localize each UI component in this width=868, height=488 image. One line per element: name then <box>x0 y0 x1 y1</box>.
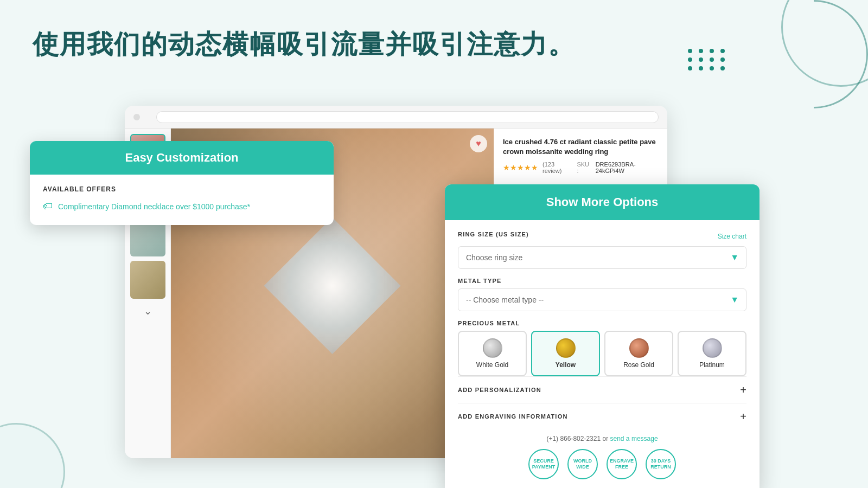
contact-or: or <box>603 435 609 442</box>
review-count: (123 review) <box>542 161 572 174</box>
star-rating: ★★★★★ <box>503 163 538 172</box>
metal-option-white-gold[interactable]: White Gold <box>458 331 527 376</box>
sku-value: DRE6293BRA-24kGP/4W <box>596 161 659 174</box>
thumbnail-chevron-down[interactable]: ⌄ <box>144 305 152 317</box>
ring-size-label: RING SIZE (US SIZE) <box>458 231 529 237</box>
add-personalization-label: ADD PERSONALIZATION <box>458 387 541 393</box>
trust-badge-engraved: ENGRAVEFREE <box>607 449 637 479</box>
ring-size-row-header: RING SIZE (US SIZE) Size chart <box>458 231 746 242</box>
add-engraving-label: ADD ENGRAVING INFORMATION <box>458 413 568 420</box>
metal-type-label: METAL TYPE <box>458 278 746 284</box>
browser-bar <box>125 106 667 129</box>
metal-type-select-wrapper: -- Choose metal type -- ▼ <box>458 288 746 311</box>
yellow-circle <box>556 338 576 358</box>
contact-phone: (+1) 866-802-2321 <box>546 435 601 442</box>
trust-badge-secure: SECUREPAYMENT <box>528 449 559 479</box>
precious-metal-label: PRECIOUS METAL <box>458 320 746 326</box>
metal-option-platinum[interactable]: Platinum <box>678 331 746 376</box>
white-gold-circle <box>483 338 502 358</box>
diamond-shape <box>257 210 409 362</box>
decorative-semicircle <box>760 0 868 108</box>
sku-label: SKU : <box>577 161 591 174</box>
ring-size-select-wrapper: Choose ring size ▼ <box>458 246 746 269</box>
platinum-label: Platinum <box>683 361 741 369</box>
available-offers-label: AVAILABLE OFFERS <box>43 185 321 193</box>
thumbnail-4[interactable] <box>130 261 165 299</box>
add-engraving-row[interactable]: ADD ENGRAVING INFORMATION + <box>458 403 746 429</box>
offer-row: 🏷 Complimentary Diamond necklace over $1… <box>43 201 321 212</box>
ring-size-select[interactable]: Choose ring size <box>458 246 746 269</box>
metal-option-yellow[interactable]: Yellow <box>531 331 600 376</box>
decorative-circle-bottom-left <box>0 423 65 488</box>
yellow-label: Yellow <box>537 361 595 369</box>
show-more-options-body: RING SIZE (US SIZE) Size chart Choose ri… <box>445 220 760 488</box>
trust-badge-worldwide: WORLDWIDE <box>567 449 598 479</box>
tag-icon: 🏷 <box>43 201 53 212</box>
easy-customization-body: AVAILABLE OFFERS 🏷 Complimentary Diamond… <box>30 175 334 225</box>
add-personalization-row[interactable]: ADD PERSONALIZATION + <box>458 376 746 403</box>
contact-row: (+1) 866-802-2321 or send a message <box>458 429 746 445</box>
heart-icon[interactable]: ♥ <box>470 135 487 152</box>
add-engraving-icon: + <box>740 411 746 422</box>
show-more-options-panel: Show More Options RING SIZE (US SIZE) Si… <box>445 184 760 488</box>
show-more-options-header: Show More Options <box>445 184 760 220</box>
add-personalization-icon: + <box>740 384 746 395</box>
rose-gold-label: Rose Gold <box>610 361 668 369</box>
easy-customization-panel: Easy Customization AVAILABLE OFFERS 🏷 Co… <box>30 141 334 225</box>
product-title: Ice crushed 4.76 ct radiant classic peti… <box>503 137 659 157</box>
metal-option-rose-gold[interactable]: Rose Gold <box>604 331 673 376</box>
size-chart-link[interactable]: Size chart <box>718 233 746 240</box>
easy-customization-header: Easy Customization <box>30 141 334 175</box>
browser-url-bar <box>156 111 659 123</box>
trust-badges-row: SECUREPAYMENT WORLDWIDE ENGRAVEFREE 30 D… <box>458 445 746 484</box>
page-headline: 使用我们的动态横幅吸引流量并吸引注意力。 <box>33 27 575 62</box>
white-gold-label: White Gold <box>463 361 521 369</box>
platinum-circle <box>703 338 722 358</box>
trust-badge-30days: 30 DAYSRETURN <box>646 449 676 479</box>
metal-options-grid: White Gold Yellow Rose Gold Platinum <box>458 331 746 376</box>
rose-gold-circle <box>629 338 649 358</box>
browser-btn-1 <box>133 114 140 120</box>
decorative-dots <box>688 49 727 70</box>
rating-row: ★★★★★ (123 review) SKU : DRE6293BRA-24kG… <box>503 161 659 174</box>
offer-text: Complimentary Diamond necklace over $100… <box>58 202 250 211</box>
contact-link[interactable]: send a message <box>610 435 658 442</box>
metal-type-select[interactable]: -- Choose metal type -- <box>458 288 746 311</box>
